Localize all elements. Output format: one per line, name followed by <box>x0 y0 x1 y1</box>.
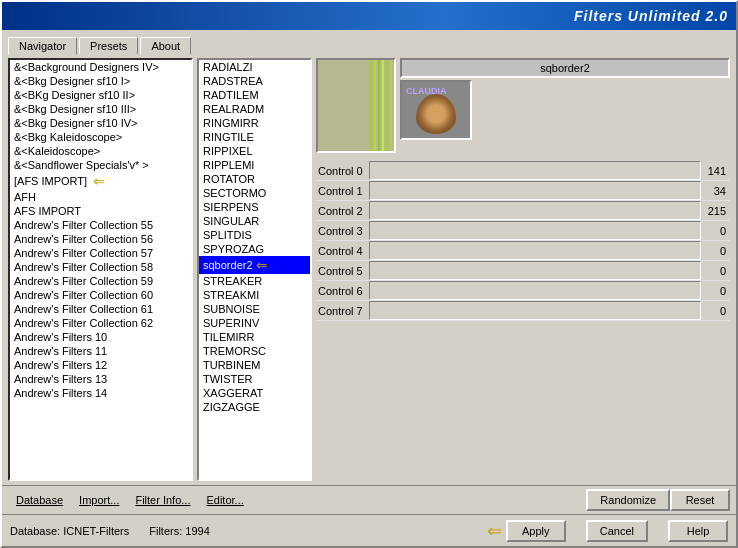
filter-item[interactable]: STREAKMI <box>199 288 310 302</box>
tab-about[interactable]: About <box>140 37 191 54</box>
list-item[interactable]: Andrew's Filter Collection 60 <box>10 288 191 302</box>
list-item[interactable]: Andrew's Filter Collection 57 <box>10 246 191 260</box>
arrow-icon: ⇐ <box>93 173 105 189</box>
list-item[interactable]: Andrew's Filters 10 <box>10 330 191 344</box>
filter-item[interactable]: XAGGERAT <box>199 386 310 400</box>
list-item[interactable]: Andrew's Filter Collection 62 <box>10 316 191 330</box>
filter-list[interactable]: RADIALZI RADSTREA RADTILEM REALRADM RING… <box>199 60 310 479</box>
control-0-slider[interactable] <box>369 161 702 180</box>
filter-item[interactable]: RINGTILE <box>199 130 310 144</box>
editor-button[interactable]: Editor... <box>198 492 251 508</box>
randomize-button[interactable]: Randomize <box>586 489 670 511</box>
filter-item[interactable]: STREAKER <box>199 274 310 288</box>
list-item[interactable]: Andrew's Filters 11 <box>10 344 191 358</box>
apply-button[interactable]: Apply <box>506 520 566 542</box>
bottom-toolbar: Database Import... Filter Info... Editor… <box>2 485 736 514</box>
control-row-4: Control 4 0 <box>316 241 730 261</box>
filter-item[interactable]: RINGMIRR <box>199 116 310 130</box>
tab-presets[interactable]: Presets <box>79 37 138 54</box>
database-button[interactable]: Database <box>8 492 71 508</box>
control-2-value: 215 <box>701 205 730 217</box>
list-item[interactable]: Andrew's Filter Collection 55 <box>10 218 191 232</box>
filter-item[interactable]: RADIALZI <box>199 60 310 74</box>
filter-item[interactable]: SINGULAR <box>199 214 310 228</box>
filter-item[interactable]: SPYROZAG <box>199 242 310 256</box>
filter-item[interactable]: TREMORSC <box>199 344 310 358</box>
filter-item[interactable]: SIERPENS <box>199 200 310 214</box>
filter-item[interactable]: ROTATOR <box>199 172 310 186</box>
control-6-label: Control 6 <box>316 285 369 297</box>
list-item[interactable]: &<Sandflower Specials'v* > <box>10 158 191 172</box>
help-button[interactable]: Help <box>668 520 728 542</box>
list-item[interactable]: Andrew's Filters 12 <box>10 358 191 372</box>
control-1-value: 34 <box>701 185 730 197</box>
list-item[interactable]: AFS IMPORT <box>10 204 191 218</box>
control-7-label: Control 7 <box>316 305 369 317</box>
apply-arrow-icon: ⇐ <box>487 520 502 542</box>
preview-canvas <box>318 60 394 151</box>
database-status: Database: ICNET-Filters <box>10 525 129 537</box>
list-item[interactable]: &<Background Designers IV> <box>10 60 191 74</box>
list-item[interactable]: &<Bkg Designer sf10 III> <box>10 102 191 116</box>
list-item[interactable]: Andrew's Filters 14 <box>10 386 191 400</box>
filter-item[interactable]: TILEMIRR <box>199 330 310 344</box>
list-item[interactable]: &<Bkg Designer sf10 I> <box>10 74 191 88</box>
arrow-icon: ⇐ <box>256 257 268 273</box>
claudia-shape <box>416 94 456 134</box>
list-item[interactable]: Andrew's Filters 13 <box>10 372 191 386</box>
filter-item[interactable]: SPLITDIS <box>199 228 310 242</box>
control-7-slider[interactable] <box>369 301 702 320</box>
control-6-slider[interactable] <box>369 281 702 300</box>
control-2-label: Control 2 <box>316 205 369 217</box>
filter-info-button[interactable]: Filter Info... <box>127 492 198 508</box>
list-item[interactable]: Andrew's Filter Collection 59 <box>10 274 191 288</box>
filter-item[interactable]: RADTILEM <box>199 88 310 102</box>
list-item[interactable]: &<Kaleidoscope> <box>10 144 191 158</box>
database-label: Database: <box>10 525 60 537</box>
filter-item[interactable]: REALRADM <box>199 102 310 116</box>
preview-svg <box>318 60 394 151</box>
cancel-button[interactable]: Cancel <box>586 520 648 542</box>
control-7-value: 0 <box>701 305 730 317</box>
control-4-slider[interactable] <box>369 241 702 260</box>
import-button[interactable]: Import... <box>71 492 127 508</box>
list-item[interactable]: Andrew's Filter Collection 58 <box>10 260 191 274</box>
filter-item[interactable]: RIPPLEMI <box>199 158 310 172</box>
control-2-slider[interactable] <box>369 201 702 220</box>
filter-item[interactable]: SUPERINV <box>199 316 310 330</box>
main-content: &<Background Designers IV> &<Bkg Designe… <box>2 54 736 485</box>
main-window: Filters Unlimited 2.0 Navigator Presets … <box>0 0 738 548</box>
control-1-slider[interactable] <box>369 181 702 200</box>
list-item[interactable]: &<Bkg Kaleidoscope> <box>10 130 191 144</box>
control-6-value: 0 <box>701 285 730 297</box>
control-5-slider[interactable] <box>369 261 702 280</box>
svg-rect-4 <box>382 60 384 151</box>
filter-item[interactable]: TURBINEM <box>199 358 310 372</box>
tab-navigator[interactable]: Navigator <box>8 37 77 55</box>
control-3-slider[interactable] <box>369 221 702 240</box>
control-0-label: Control 0 <box>316 165 369 177</box>
list-item[interactable]: Andrew's Filter Collection 61 <box>10 302 191 316</box>
list-item[interactable]: Andrew's Filter Collection 56 <box>10 232 191 246</box>
filter-item[interactable]: SECTORMO <box>199 186 310 200</box>
list-item[interactable]: AFH <box>10 190 191 204</box>
control-row-7: Control 7 0 <box>316 301 730 321</box>
list-item[interactable]: &<Bkg Designer sf10 IV> <box>10 116 191 130</box>
filter-item[interactable]: RADSTREA <box>199 74 310 88</box>
category-list[interactable]: &<Background Designers IV> &<Bkg Designe… <box>10 60 191 479</box>
control-row-1: Control 1 34 <box>316 181 730 201</box>
filter-item[interactable]: ZIGZAGGE <box>199 400 310 414</box>
control-3-value: 0 <box>701 225 730 237</box>
svg-rect-2 <box>374 60 376 151</box>
list-item[interactable]: &<BKg Designer sf10 II> <box>10 88 191 102</box>
claudia-label: CLAUDIA <box>406 86 447 96</box>
list-item[interactable]: [AFS IMPORT] ⇐ <box>10 172 191 190</box>
slider-fill <box>370 162 552 168</box>
control-5-value: 0 <box>701 265 730 277</box>
filter-item[interactable]: SUBNOISE <box>199 302 310 316</box>
filter-item-selected[interactable]: sqborder2 ⇐ <box>199 256 310 274</box>
reset-button[interactable]: Reset <box>670 489 730 511</box>
filter-item[interactable]: TWISTER <box>199 372 310 386</box>
control-3-label: Control 3 <box>316 225 369 237</box>
filter-item[interactable]: RIPPIXEL <box>199 144 310 158</box>
